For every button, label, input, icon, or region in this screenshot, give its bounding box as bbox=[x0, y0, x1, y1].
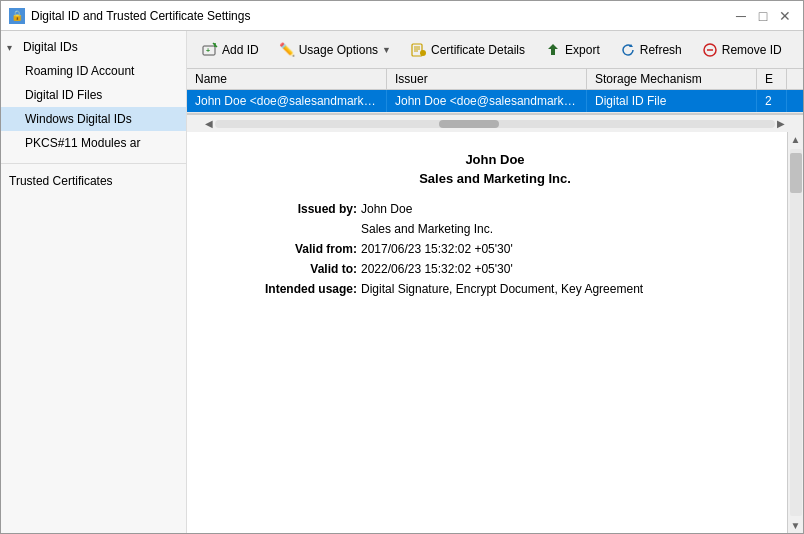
usage-options-label: Usage Options bbox=[299, 43, 378, 57]
close-button[interactable]: ✕ bbox=[775, 6, 795, 26]
window-icon: 🔒 bbox=[9, 8, 25, 24]
cell-issuer: John Doe <doe@salesandmarketi... bbox=[387, 90, 587, 112]
col-name: Name bbox=[187, 69, 387, 89]
cell-name: John Doe <doe@salesandmarketin... bbox=[187, 90, 387, 112]
remove-id-icon bbox=[702, 42, 718, 58]
detail-name: John Doe bbox=[227, 152, 763, 167]
usage-options-button[interactable]: ✏️ Usage Options ▼ bbox=[270, 36, 400, 64]
issued-by-name: John Doe bbox=[361, 202, 412, 216]
valid-from-value: 2017/06/23 15:32:02 +05'30' bbox=[361, 242, 513, 256]
sidebar: ▾ Digital IDs Roaming ID Account Digital… bbox=[1, 31, 187, 533]
cell-storage: Digital ID File bbox=[587, 90, 757, 112]
certificate-icon bbox=[411, 42, 427, 58]
v-scroll-thumb[interactable] bbox=[790, 153, 802, 193]
main-content: ▾ Digital IDs Roaming ID Account Digital… bbox=[1, 31, 803, 533]
detail-panel: John Doe Sales and Marketing Inc. Issued… bbox=[187, 132, 803, 533]
refresh-label: Refresh bbox=[640, 43, 682, 57]
windows-digital-ids-label: Windows Digital IDs bbox=[25, 112, 132, 126]
detail-issued-by-row: Issued by: John Doe bbox=[227, 202, 763, 216]
sidebar-item-digital-ids[interactable]: ▾ Digital IDs bbox=[1, 35, 186, 59]
table-row[interactable]: John Doe <doe@salesandmarketin... John D… bbox=[187, 90, 803, 113]
title-bar: 🔒 Digital ID and Trusted Certificate Set… bbox=[1, 1, 803, 31]
refresh-icon bbox=[620, 42, 636, 58]
issued-by-org: Sales and Marketing Inc. bbox=[361, 222, 493, 236]
sidebar-item-windows-digital-ids[interactable]: Windows Digital IDs bbox=[1, 107, 186, 131]
col-storage: Storage Mechanism bbox=[587, 69, 757, 89]
scroll-right-arrow[interactable]: ▶ bbox=[775, 118, 787, 129]
roaming-id-label: Roaming ID Account bbox=[25, 64, 134, 78]
intended-usage-label: Intended usage: bbox=[227, 282, 357, 296]
certificate-details-button[interactable]: Certificate Details bbox=[402, 36, 534, 64]
sidebar-item-trusted-certs[interactable]: Trusted Certificates bbox=[1, 168, 186, 194]
title-bar-buttons: ─ □ ✕ bbox=[731, 6, 795, 26]
digital-ids-label: Digital IDs bbox=[23, 40, 78, 54]
cell-extra: 2 bbox=[757, 90, 787, 112]
right-panel: + Add ID ✏️ Usage Options ▼ bbox=[187, 31, 803, 533]
add-id-button[interactable]: + Add ID bbox=[193, 36, 268, 64]
detail-issued-by-org-row: Sales and Marketing Inc. bbox=[227, 222, 763, 236]
v-scroll-track bbox=[790, 149, 802, 516]
vertical-scrollbar[interactable]: ▲ ▼ bbox=[787, 132, 803, 533]
issued-by-org-spacer bbox=[227, 222, 357, 236]
intended-usage-value: Digital Signature, Encrypt Document, Key… bbox=[361, 282, 643, 296]
detail-valid-to-row: Valid to: 2022/06/23 15:32:02 +05'30' bbox=[227, 262, 763, 276]
table-area: Name Issuer Storage Mechanism E John Doe… bbox=[187, 69, 803, 114]
table-header: Name Issuer Storage Mechanism E bbox=[187, 69, 803, 90]
digital-id-files-label: Digital ID Files bbox=[25, 88, 102, 102]
export-label: Export bbox=[565, 43, 600, 57]
detail-org: Sales and Marketing Inc. bbox=[227, 171, 763, 186]
add-id-label: Add ID bbox=[222, 43, 259, 57]
expand-icon: ▾ bbox=[7, 42, 19, 53]
usage-options-dropdown-arrow: ▼ bbox=[382, 45, 391, 55]
export-button[interactable]: Export bbox=[536, 36, 609, 64]
sidebar-divider bbox=[1, 163, 186, 164]
svg-point-5 bbox=[420, 50, 426, 56]
add-id-icon: + bbox=[202, 42, 218, 58]
scroll-up-arrow[interactable]: ▲ bbox=[788, 132, 803, 147]
minimize-button[interactable]: ─ bbox=[731, 6, 751, 26]
refresh-button[interactable]: Refresh bbox=[611, 36, 691, 64]
col-extra: E bbox=[757, 69, 787, 89]
col-issuer: Issuer bbox=[387, 69, 587, 89]
sidebar-item-digital-id-files[interactable]: Digital ID Files bbox=[1, 83, 186, 107]
maximize-button[interactable]: □ bbox=[753, 6, 773, 26]
toolbar: + Add ID ✏️ Usage Options ▼ bbox=[187, 31, 803, 69]
remove-id-button[interactable]: Remove ID bbox=[693, 36, 791, 64]
pkcs11-label: PKCS#11 Modules ar bbox=[25, 136, 140, 150]
scroll-down-arrow[interactable]: ▼ bbox=[788, 518, 803, 533]
certificate-details-label: Certificate Details bbox=[431, 43, 525, 57]
window-title: Digital ID and Trusted Certificate Setti… bbox=[31, 9, 250, 23]
valid-from-label: Valid from: bbox=[227, 242, 357, 256]
issued-by-label: Issued by: bbox=[227, 202, 357, 216]
detail-intended-usage-row: Intended usage: Digital Signature, Encry… bbox=[227, 282, 763, 296]
remove-id-label: Remove ID bbox=[722, 43, 782, 57]
svg-text:+: + bbox=[206, 47, 210, 54]
valid-to-label: Valid to: bbox=[227, 262, 357, 276]
valid-to-value: 2022/06/23 15:32:02 +05'30' bbox=[361, 262, 513, 276]
horizontal-scrollbar[interactable]: ◀ ▶ bbox=[187, 114, 803, 132]
title-bar-left: 🔒 Digital ID and Trusted Certificate Set… bbox=[9, 8, 250, 24]
scrollbar-track bbox=[215, 120, 775, 128]
sidebar-item-roaming-id[interactable]: Roaming ID Account bbox=[1, 59, 186, 83]
main-window: 🔒 Digital ID and Trusted Certificate Set… bbox=[0, 0, 804, 534]
sidebar-item-pkcs11[interactable]: PKCS#11 Modules ar bbox=[1, 131, 186, 155]
pencil-icon: ✏️ bbox=[279, 42, 295, 58]
detail-valid-from-row: Valid from: 2017/06/23 15:32:02 +05'30' bbox=[227, 242, 763, 256]
trusted-certs-label: Trusted Certificates bbox=[9, 174, 113, 188]
digital-ids-section: ▾ Digital IDs Roaming ID Account Digital… bbox=[1, 31, 186, 159]
export-icon bbox=[545, 42, 561, 58]
scrollbar-thumb[interactable] bbox=[439, 120, 499, 128]
scroll-left-arrow[interactable]: ◀ bbox=[203, 118, 215, 129]
